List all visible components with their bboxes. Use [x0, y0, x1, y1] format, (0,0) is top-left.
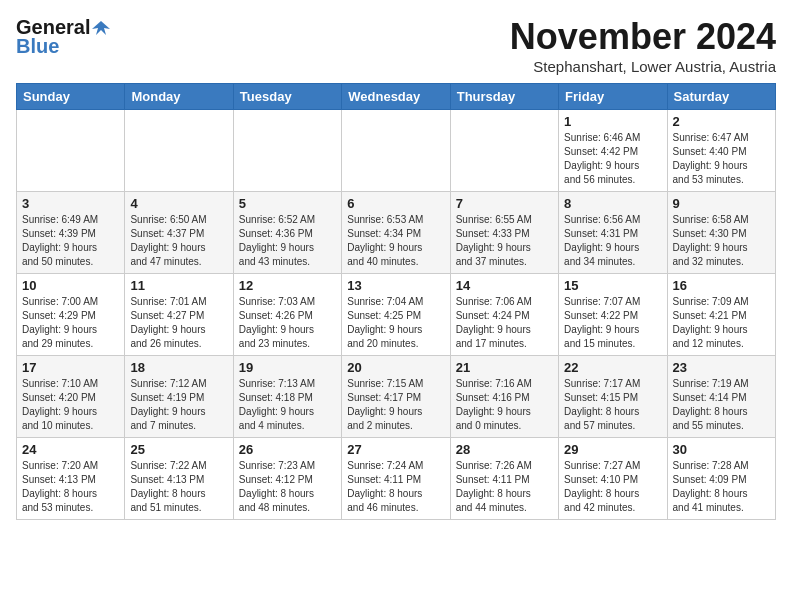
day-number: 14	[456, 278, 553, 293]
cell-info: Sunrise: 7:23 AM Sunset: 4:12 PM Dayligh…	[239, 459, 336, 515]
calendar-cell: 4Sunrise: 6:50 AM Sunset: 4:37 PM Daylig…	[125, 192, 233, 274]
week-row-3: 17Sunrise: 7:10 AM Sunset: 4:20 PM Dayli…	[17, 356, 776, 438]
calendar-cell: 25Sunrise: 7:22 AM Sunset: 4:13 PM Dayli…	[125, 438, 233, 520]
cell-info: Sunrise: 7:04 AM Sunset: 4:25 PM Dayligh…	[347, 295, 444, 351]
day-number: 1	[564, 114, 661, 129]
cell-info: Sunrise: 7:20 AM Sunset: 4:13 PM Dayligh…	[22, 459, 119, 515]
svg-marker-0	[92, 21, 110, 35]
calendar-cell: 2Sunrise: 6:47 AM Sunset: 4:40 PM Daylig…	[667, 110, 775, 192]
calendar-cell: 18Sunrise: 7:12 AM Sunset: 4:19 PM Dayli…	[125, 356, 233, 438]
cell-info: Sunrise: 7:24 AM Sunset: 4:11 PM Dayligh…	[347, 459, 444, 515]
calendar-cell: 5Sunrise: 6:52 AM Sunset: 4:36 PM Daylig…	[233, 192, 341, 274]
cell-info: Sunrise: 7:13 AM Sunset: 4:18 PM Dayligh…	[239, 377, 336, 433]
calendar-cell: 14Sunrise: 7:06 AM Sunset: 4:24 PM Dayli…	[450, 274, 558, 356]
weekday-header-wednesday: Wednesday	[342, 84, 450, 110]
cell-info: Sunrise: 6:49 AM Sunset: 4:39 PM Dayligh…	[22, 213, 119, 269]
cell-info: Sunrise: 6:47 AM Sunset: 4:40 PM Dayligh…	[673, 131, 770, 187]
header: General Blue November 2024 Stephanshart,…	[16, 16, 776, 75]
day-number: 24	[22, 442, 119, 457]
calendar-cell: 3Sunrise: 6:49 AM Sunset: 4:39 PM Daylig…	[17, 192, 125, 274]
cell-info: Sunrise: 7:12 AM Sunset: 4:19 PM Dayligh…	[130, 377, 227, 433]
cell-info: Sunrise: 6:50 AM Sunset: 4:37 PM Dayligh…	[130, 213, 227, 269]
cell-info: Sunrise: 7:07 AM Sunset: 4:22 PM Dayligh…	[564, 295, 661, 351]
day-number: 28	[456, 442, 553, 457]
cell-info: Sunrise: 7:27 AM Sunset: 4:10 PM Dayligh…	[564, 459, 661, 515]
day-number: 29	[564, 442, 661, 457]
weekday-header-row: SundayMondayTuesdayWednesdayThursdayFrid…	[17, 84, 776, 110]
cell-info: Sunrise: 7:16 AM Sunset: 4:16 PM Dayligh…	[456, 377, 553, 433]
calendar-cell: 17Sunrise: 7:10 AM Sunset: 4:20 PM Dayli…	[17, 356, 125, 438]
logo: General Blue	[16, 16, 110, 58]
calendar-cell: 6Sunrise: 6:53 AM Sunset: 4:34 PM Daylig…	[342, 192, 450, 274]
calendar-cell	[342, 110, 450, 192]
cell-info: Sunrise: 7:00 AM Sunset: 4:29 PM Dayligh…	[22, 295, 119, 351]
calendar-cell: 22Sunrise: 7:17 AM Sunset: 4:15 PM Dayli…	[559, 356, 667, 438]
day-number: 7	[456, 196, 553, 211]
day-number: 22	[564, 360, 661, 375]
calendar-cell	[450, 110, 558, 192]
month-title: November 2024	[510, 16, 776, 58]
day-number: 6	[347, 196, 444, 211]
calendar-cell: 27Sunrise: 7:24 AM Sunset: 4:11 PM Dayli…	[342, 438, 450, 520]
cell-info: Sunrise: 6:53 AM Sunset: 4:34 PM Dayligh…	[347, 213, 444, 269]
calendar-cell	[233, 110, 341, 192]
cell-info: Sunrise: 7:22 AM Sunset: 4:13 PM Dayligh…	[130, 459, 227, 515]
weekday-header-thursday: Thursday	[450, 84, 558, 110]
cell-info: Sunrise: 6:58 AM Sunset: 4:30 PM Dayligh…	[673, 213, 770, 269]
cell-info: Sunrise: 6:46 AM Sunset: 4:42 PM Dayligh…	[564, 131, 661, 187]
day-number: 10	[22, 278, 119, 293]
weekday-header-friday: Friday	[559, 84, 667, 110]
day-number: 21	[456, 360, 553, 375]
logo-line2: Blue	[16, 35, 59, 58]
day-number: 13	[347, 278, 444, 293]
calendar-cell: 29Sunrise: 7:27 AM Sunset: 4:10 PM Dayli…	[559, 438, 667, 520]
week-row-2: 10Sunrise: 7:00 AM Sunset: 4:29 PM Dayli…	[17, 274, 776, 356]
calendar-cell	[17, 110, 125, 192]
cell-info: Sunrise: 7:28 AM Sunset: 4:09 PM Dayligh…	[673, 459, 770, 515]
day-number: 11	[130, 278, 227, 293]
day-number: 27	[347, 442, 444, 457]
day-number: 26	[239, 442, 336, 457]
calendar-cell: 10Sunrise: 7:00 AM Sunset: 4:29 PM Dayli…	[17, 274, 125, 356]
logo-bird-icon	[92, 19, 110, 37]
day-number: 5	[239, 196, 336, 211]
calendar-cell: 9Sunrise: 6:58 AM Sunset: 4:30 PM Daylig…	[667, 192, 775, 274]
weekday-header-saturday: Saturday	[667, 84, 775, 110]
day-number: 3	[22, 196, 119, 211]
day-number: 17	[22, 360, 119, 375]
calendar-cell: 8Sunrise: 6:56 AM Sunset: 4:31 PM Daylig…	[559, 192, 667, 274]
weekday-header-tuesday: Tuesday	[233, 84, 341, 110]
day-number: 16	[673, 278, 770, 293]
day-number: 15	[564, 278, 661, 293]
cell-info: Sunrise: 7:17 AM Sunset: 4:15 PM Dayligh…	[564, 377, 661, 433]
day-number: 20	[347, 360, 444, 375]
calendar-cell: 11Sunrise: 7:01 AM Sunset: 4:27 PM Dayli…	[125, 274, 233, 356]
cell-info: Sunrise: 6:52 AM Sunset: 4:36 PM Dayligh…	[239, 213, 336, 269]
week-row-1: 3Sunrise: 6:49 AM Sunset: 4:39 PM Daylig…	[17, 192, 776, 274]
cell-info: Sunrise: 7:15 AM Sunset: 4:17 PM Dayligh…	[347, 377, 444, 433]
cell-info: Sunrise: 7:19 AM Sunset: 4:14 PM Dayligh…	[673, 377, 770, 433]
calendar-cell: 15Sunrise: 7:07 AM Sunset: 4:22 PM Dayli…	[559, 274, 667, 356]
day-number: 4	[130, 196, 227, 211]
calendar-cell: 24Sunrise: 7:20 AM Sunset: 4:13 PM Dayli…	[17, 438, 125, 520]
cell-info: Sunrise: 7:10 AM Sunset: 4:20 PM Dayligh…	[22, 377, 119, 433]
calendar-cell	[125, 110, 233, 192]
calendar-cell: 20Sunrise: 7:15 AM Sunset: 4:17 PM Dayli…	[342, 356, 450, 438]
location-subtitle: Stephanshart, Lower Austria, Austria	[510, 58, 776, 75]
cell-info: Sunrise: 6:55 AM Sunset: 4:33 PM Dayligh…	[456, 213, 553, 269]
day-number: 23	[673, 360, 770, 375]
day-number: 18	[130, 360, 227, 375]
calendar-table: SundayMondayTuesdayWednesdayThursdayFrid…	[16, 83, 776, 520]
calendar-cell: 1Sunrise: 6:46 AM Sunset: 4:42 PM Daylig…	[559, 110, 667, 192]
day-number: 25	[130, 442, 227, 457]
calendar-cell: 7Sunrise: 6:55 AM Sunset: 4:33 PM Daylig…	[450, 192, 558, 274]
weekday-header-monday: Monday	[125, 84, 233, 110]
day-number: 2	[673, 114, 770, 129]
day-number: 30	[673, 442, 770, 457]
calendar-cell: 30Sunrise: 7:28 AM Sunset: 4:09 PM Dayli…	[667, 438, 775, 520]
day-number: 19	[239, 360, 336, 375]
cell-info: Sunrise: 7:03 AM Sunset: 4:26 PM Dayligh…	[239, 295, 336, 351]
calendar-cell: 21Sunrise: 7:16 AM Sunset: 4:16 PM Dayli…	[450, 356, 558, 438]
calendar-cell: 26Sunrise: 7:23 AM Sunset: 4:12 PM Dayli…	[233, 438, 341, 520]
cell-info: Sunrise: 7:01 AM Sunset: 4:27 PM Dayligh…	[130, 295, 227, 351]
